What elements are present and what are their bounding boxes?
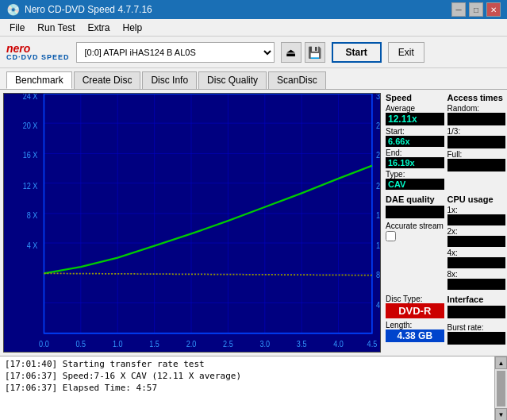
access-times-label: Access times (447, 93, 506, 102)
svg-text:4 X: 4 X (27, 241, 38, 250)
log-row: [17:01:40] Starting transfer rate test (5, 358, 490, 370)
disc-type-label: Disc Type: (386, 295, 444, 303)
menu-extra[interactable]: Extra (81, 21, 116, 35)
drive-selector[interactable]: [0:0] ATAPI iHAS124 B AL0S (76, 42, 275, 63)
svg-rect-0 (4, 94, 380, 352)
interface-value (447, 306, 506, 318)
access-full-value (447, 159, 506, 171)
speed-end-label: End: (386, 148, 444, 157)
speed-average-label: Average (386, 104, 444, 113)
disc-length-value: 4.38 GB (386, 329, 444, 342)
svg-text:1.5: 1.5 (149, 340, 159, 349)
speed-start-label: Start: (386, 127, 444, 136)
svg-text:0.0: 0.0 (39, 340, 49, 349)
tabs-bar: Benchmark Create Disc Disc Info Disc Qua… (0, 68, 507, 90)
maximize-button[interactable]: □ (469, 2, 483, 17)
svg-text:2.0: 2.0 (186, 340, 197, 349)
speed-label: Speed (386, 93, 444, 102)
cpu-usage-label: CPU usage (447, 195, 506, 204)
nero-logo: nero CD·DVD SPEED (6, 43, 70, 61)
svg-text:0.5: 0.5 (76, 340, 86, 349)
accurate-stream-label: Accurate stream (386, 222, 444, 230)
tab-disc-info[interactable]: Disc Info (142, 71, 197, 89)
speed-type-label: Type: (386, 170, 444, 179)
scroll-thumb[interactable] (497, 371, 505, 407)
speed-start-value: 6.66x (386, 136, 444, 147)
cpu-usage-section: CPU usage 1x: 2x: 4x: 8x: (447, 195, 506, 291)
speed-end-value: 16.19x (386, 157, 444, 168)
tab-benchmark[interactable]: Benchmark (6, 71, 72, 89)
eject-icon[interactable]: ⏏ (281, 42, 302, 63)
speed-type-value: CAV (386, 179, 444, 190)
log-scrollbar[interactable]: ▲ ▼ (494, 356, 507, 420)
speed-brand: CD·DVD SPEED (6, 54, 70, 61)
save-icon[interactable]: 💾 (305, 42, 325, 63)
burst-rate-value (447, 332, 506, 345)
exit-button[interactable]: Exit (388, 42, 424, 63)
svg-text:8 X: 8 X (27, 210, 38, 220)
toolbar-icons: ⏏ 💾 (281, 42, 325, 63)
start-button[interactable]: Start (332, 42, 382, 63)
svg-text:4.0: 4.0 (333, 340, 344, 349)
window-title: Nero CD-DVD Speed 4.7.7.16 (25, 4, 152, 15)
svg-text:12 X: 12 X (23, 181, 38, 191)
minimize-button[interactable]: ─ (451, 2, 466, 17)
scroll-up-button[interactable]: ▲ (495, 356, 507, 369)
cpu-8x-label: 8x: (447, 270, 506, 279)
disc-type-section: Disc Type: DVD-R Length: 4.38 GB (386, 295, 444, 345)
disc-length-label: Length: (386, 321, 444, 329)
access-random-value (447, 113, 506, 125)
svg-text:24 X: 24 X (23, 94, 38, 101)
chart-area: 24 X 20 X 16 X 12 X 8 X 4 X 32 28 24 20 … (3, 93, 381, 353)
interface-label: Interface (447, 295, 506, 304)
svg-text:24: 24 (376, 151, 380, 160)
svg-text:8: 8 (376, 271, 380, 280)
log-row: [17:06:37] Speed:7-16 X CAV (12.11 X ave… (5, 370, 490, 382)
tab-disc-quality[interactable]: Disc Quality (198, 71, 267, 89)
log-row: [17:06:37] Elapsed Time: 4:57 (5, 382, 490, 394)
svg-text:20 X: 20 X (23, 121, 38, 130)
svg-text:4: 4 (376, 301, 380, 310)
access-onethird-value (447, 136, 506, 148)
right-panel: Speed Average 12.11x Start: 6.66x End: 1… (384, 90, 507, 356)
cpu-1x-value (447, 214, 506, 225)
title-bar-controls: ─ □ ✕ (451, 2, 501, 17)
tab-scan-disc[interactable]: ScanDisc (268, 71, 326, 89)
access-full-label: Full: (447, 150, 506, 159)
cpu-1x-label: 1x: (447, 206, 506, 214)
svg-text:16 X: 16 X (23, 151, 38, 160)
svg-text:1.0: 1.0 (113, 340, 123, 349)
menu-bar: File Run Test Extra Help (0, 19, 507, 37)
speed-average-value: 12.11x (386, 113, 444, 125)
toolbar: nero CD·DVD SPEED [0:0] ATAPI iHAS124 B … (0, 37, 507, 68)
svg-text:16: 16 (376, 210, 380, 220)
log-area: [17:01:40] Starting transfer rate test[1… (0, 356, 507, 420)
menu-run-test[interactable]: Run Test (31, 21, 81, 35)
accurate-stream-checkbox[interactable] (386, 231, 396, 241)
scroll-down-button[interactable]: ▼ (495, 408, 507, 420)
interface-section: Interface Burst rate: (447, 295, 506, 345)
menu-help[interactable]: Help (117, 21, 149, 35)
speed-section: Speed Average 12.11x Start: 6.66x End: 1… (386, 93, 444, 191)
dae-quality-section: DAE quality Accurate stream (386, 195, 444, 291)
access-times-section: Access times Random: 1/3: Full: (447, 93, 506, 191)
svg-text:3.0: 3.0 (259, 340, 270, 349)
log-content: [17:01:40] Starting transfer rate test[1… (0, 356, 494, 420)
cpu-4x-value (447, 257, 506, 268)
svg-text:32: 32 (376, 94, 380, 101)
svg-text:12: 12 (376, 241, 380, 250)
menu-file[interactable]: File (3, 21, 31, 35)
svg-text:4.5: 4.5 (367, 340, 378, 349)
cpu-8x-value (447, 279, 506, 290)
disc-type-value: DVD-R (386, 303, 444, 318)
title-bar-left: 💿 Nero CD-DVD Speed 4.7.7.16 (6, 3, 152, 16)
nero-brand: nero (6, 43, 70, 54)
svg-text:2.5: 2.5 (223, 340, 233, 349)
tab-create-disc[interactable]: Create Disc (74, 71, 141, 89)
access-random-label: Random: (447, 104, 506, 113)
svg-text:28: 28 (376, 121, 380, 130)
close-button[interactable]: ✕ (486, 2, 501, 17)
dae-quality-label: DAE quality (386, 195, 444, 204)
cpu-2x-value (447, 236, 506, 247)
cpu-4x-label: 4x: (447, 249, 506, 257)
